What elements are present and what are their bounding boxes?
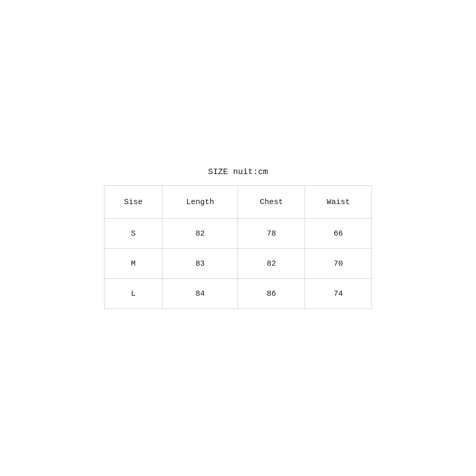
cell-chest: 78 <box>238 219 305 249</box>
cell-size: M <box>104 249 162 279</box>
cell-length: 83 <box>162 249 238 279</box>
table-header-row: Sise Length Chest Waist <box>104 186 372 219</box>
table-row: S827866 <box>104 219 372 249</box>
table-row: L848674 <box>104 279 372 309</box>
cell-length: 82 <box>162 219 238 249</box>
header-size: Sise <box>104 186 162 219</box>
main-container: SIZE nuit:cm Sise Length Chest Waist S82… <box>104 167 372 309</box>
cell-size: S <box>104 219 162 249</box>
cell-size: L <box>104 279 162 309</box>
cell-length: 84 <box>162 279 238 309</box>
cell-waist: 74 <box>305 279 372 309</box>
header-length: Length <box>162 186 238 219</box>
header-chest: Chest <box>238 186 305 219</box>
cell-chest: 86 <box>238 279 305 309</box>
cell-waist: 70 <box>305 249 372 279</box>
cell-chest: 82 <box>238 249 305 279</box>
header-waist: Waist <box>305 186 372 219</box>
size-table: Sise Length Chest Waist S827866M838270L8… <box>104 185 372 309</box>
table-row: M838270 <box>104 249 372 279</box>
table-title: SIZE nuit:cm <box>208 167 268 176</box>
cell-waist: 66 <box>305 219 372 249</box>
